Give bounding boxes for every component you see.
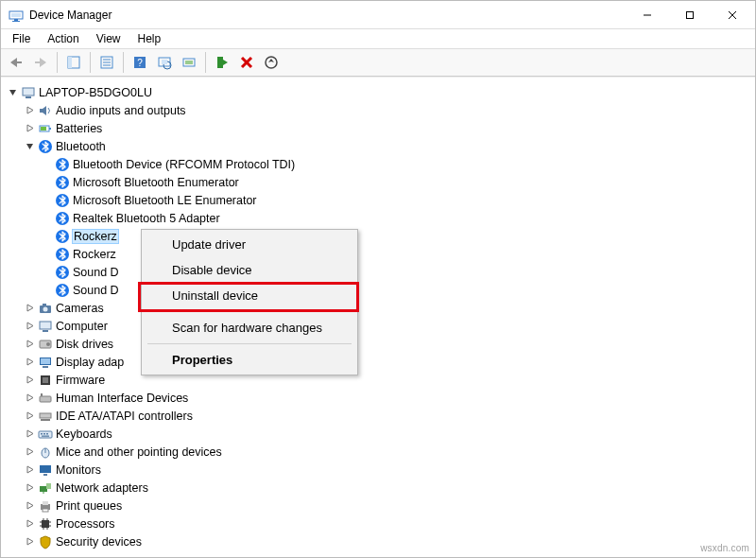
window-controls [626, 1, 753, 28]
caret-right-icon[interactable] [24, 482, 35, 494]
device-label: Microsoft Bluetooth LE Enumerator [73, 194, 257, 207]
category-icon [38, 516, 53, 532]
device-label: Rockerz [73, 230, 118, 243]
caret-right-icon[interactable] [24, 500, 35, 512]
update-driver-button[interactable] [178, 51, 200, 74]
minimize-button[interactable] [626, 1, 668, 28]
category-label: Mice and other pointing devices [56, 445, 222, 459]
bluetooth-icon [55, 283, 70, 298]
tree-category[interactable]: Display adap [24, 353, 755, 371]
svg-marker-85 [27, 448, 33, 455]
toolbar-separator [123, 52, 124, 73]
caret-right-icon[interactable] [24, 446, 35, 458]
tree-root[interactable]: LAPTOP-B5DGO0LU [7, 83, 755, 101]
tree-category[interactable]: Monitors [24, 461, 755, 479]
close-button[interactable] [711, 1, 753, 28]
svg-marker-56 [27, 305, 33, 311]
tree-category[interactable]: Print queues [24, 497, 755, 514]
svg-rect-62 [43, 330, 48, 332]
context-menu: Update driver Disable device Uninstall d… [141, 229, 358, 375]
nav-forward-button[interactable] [29, 51, 52, 74]
device-label: Sound D [73, 266, 119, 279]
tree-device[interactable]: Realtek Bluetooth 5 Adapter [41, 209, 755, 227]
svg-rect-98 [43, 509, 48, 512]
category-icon [38, 355, 53, 370]
uninstall-device-button[interactable] [235, 51, 258, 74]
caret-right-icon[interactable] [24, 410, 35, 422]
device-tree-pane[interactable]: LAPTOP-B5DGO0LU Audio inputs and outputs… [1, 77, 755, 557]
device-label: Rockerz [73, 248, 116, 261]
tree-category[interactable]: IDE ATA/ATAPI controllers [24, 407, 755, 425]
menu-file[interactable]: File [5, 30, 38, 47]
caret-right-icon[interactable] [24, 321, 35, 332]
maximize-button[interactable] [668, 1, 711, 28]
ctx-scan-hardware[interactable]: Scan for hardware changes [144, 315, 355, 340]
help-button[interactable]: ? [129, 51, 151, 74]
svg-rect-74 [40, 396, 51, 402]
show-hide-console-tree-button[interactable] [62, 51, 85, 74]
scan-hardware-button[interactable] [153, 51, 176, 74]
tree-device[interactable]: Microsoft Bluetooth LE Enumerator [41, 191, 755, 209]
tree-category[interactable]: Bluetooth [24, 137, 755, 155]
tree-device[interactable]: Microsoft Bluetooth Enumerator [41, 173, 755, 191]
device-label: Sound D [73, 284, 119, 297]
svg-marker-32 [27, 107, 33, 113]
svg-rect-75 [41, 393, 43, 396]
caret-right-icon[interactable] [24, 518, 35, 530]
svg-marker-33 [40, 106, 46, 115]
caret-down-icon[interactable] [7, 87, 18, 98]
tree-category[interactable]: Disk drives [24, 335, 755, 353]
category-icon [38, 445, 53, 460]
tree-category[interactable]: Security devices [24, 532, 755, 550]
tree-category[interactable]: Mice and other pointing devices [24, 443, 755, 461]
menu-view[interactable]: View [89, 30, 129, 47]
add-legacy-hardware-button[interactable] [260, 51, 283, 74]
tree-category[interactable]: Processors [24, 514, 755, 532]
svg-marker-38 [26, 144, 33, 149]
enable-device-button[interactable] [211, 51, 233, 74]
tree-category[interactable]: Computer [24, 317, 755, 335]
caret-right-icon[interactable] [24, 303, 35, 314]
svg-marker-24 [223, 60, 228, 65]
caret-right-icon[interactable] [24, 123, 35, 134]
caret-right-icon[interactable] [24, 357, 35, 368]
category-icon [38, 462, 53, 478]
device-manager-icon [9, 8, 24, 23]
ctx-uninstall-device[interactable]: Uninstall device [144, 283, 355, 308]
caret-right-icon[interactable] [24, 392, 35, 404]
caret-right-icon[interactable] [24, 428, 35, 440]
svg-marker-109 [27, 538, 33, 545]
ctx-disable-device[interactable]: Disable device [144, 257, 355, 283]
caret-right-icon[interactable] [24, 464, 35, 476]
svg-rect-30 [23, 88, 34, 96]
tree-category[interactable]: Network adapters [24, 479, 755, 497]
tree-device[interactable]: Bluetooth Device (RFCOMM Protocol TDI) [41, 155, 755, 173]
menu-help[interactable]: Help [130, 30, 169, 47]
ctx-properties[interactable]: Properties [144, 347, 355, 373]
caret-right-icon[interactable] [24, 375, 35, 386]
caret-right-icon[interactable] [24, 536, 35, 548]
svg-rect-36 [49, 128, 51, 130]
svg-rect-59 [43, 304, 46, 305]
svg-rect-3 [11, 13, 21, 17]
ctx-update-driver[interactable]: Update driver [144, 232, 355, 257]
nav-back-button[interactable] [5, 51, 27, 74]
category-label: Audio inputs and outputs [56, 104, 186, 117]
properties-button[interactable] [95, 51, 118, 74]
svg-rect-93 [46, 483, 51, 489]
tree-category[interactable]: Batteries [24, 119, 755, 137]
menu-action[interactable]: Action [40, 30, 86, 47]
category-label: Computer [56, 320, 108, 333]
tree-category[interactable]: Audio inputs and outputs [24, 101, 755, 119]
category-icon [38, 121, 53, 136]
tree-category[interactable]: Human Interface Devices [24, 389, 755, 407]
caret-right-icon[interactable] [24, 105, 35, 116]
svg-marker-34 [27, 125, 33, 131]
tree-category[interactable]: Firmware [24, 371, 755, 389]
caret-right-icon[interactable] [24, 339, 35, 350]
tree-category[interactable]: Keyboards [24, 425, 755, 443]
caret-down-icon[interactable] [24, 141, 35, 152]
tree-category[interactable]: Cameras [24, 299, 755, 317]
menubar: File Action View Help [1, 29, 755, 48]
svg-point-58 [43, 306, 48, 311]
